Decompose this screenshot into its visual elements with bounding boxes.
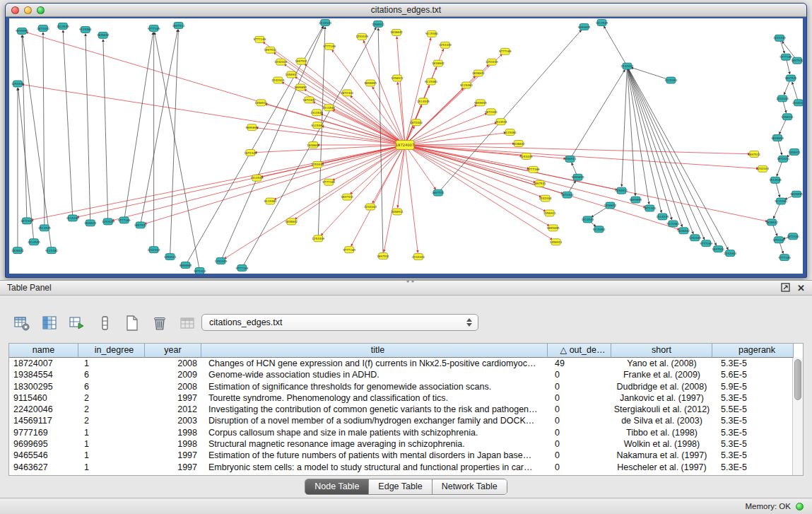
select-columns-icon[interactable]: [40, 314, 59, 332]
graph-node-label: 1872400: [194, 269, 206, 273]
graph-node-label: 9115460: [460, 83, 473, 87]
citation-edge-red[interactable]: [333, 145, 405, 180]
citation-edge-black[interactable]: [622, 66, 628, 187]
cell-out_degree: 0: [548, 415, 611, 426]
table-row[interactable]: 969969511998Structural magnetic resonanc…: [9, 438, 792, 450]
cell-out_degree: 0: [548, 404, 611, 415]
graph-node-label: 9699695: [578, 25, 591, 29]
citation-edge-red[interactable]: [77, 145, 405, 217]
citation-edge-black[interactable]: [627, 66, 693, 234]
window-titlebar[interactable]: citations_edges.txt: [6, 4, 806, 17]
graph-node-label: 1514545: [310, 111, 323, 115]
zoom-window-icon[interactable]: [37, 6, 45, 14]
tab-edge-table[interactable]: Edge Table: [369, 479, 432, 494]
citation-edge-black[interactable]: [318, 27, 325, 238]
citation-edge-black[interactable]: [604, 26, 628, 66]
graph-node-label: 1514545: [251, 176, 264, 180]
citation-edge-black[interactable]: [627, 66, 635, 196]
cell-year: 1997: [145, 392, 201, 404]
citation-edge-red[interactable]: [351, 145, 405, 246]
tab-node-table[interactable]: Node Table: [305, 479, 369, 494]
cell-short: Wolkin et al. (1998): [611, 438, 712, 450]
table-selector-value: citations_edges.txt: [209, 317, 283, 327]
cell-short: Jankovic et al. (1997): [611, 392, 712, 404]
table-selector-combo[interactable]: citations_edges.txt: [201, 314, 478, 331]
cell-out_degree: 0: [548, 381, 611, 392]
graph-node-label: 1836642: [97, 33, 110, 37]
row-icon[interactable]: [95, 314, 114, 332]
graph-node-label: 9115460: [45, 249, 58, 252]
float-panel-icon[interactable]: [781, 283, 790, 293]
close-window-icon[interactable]: [11, 6, 19, 14]
citation-edge-red[interactable]: [26, 33, 405, 145]
network-view[interactable]: 1872400791154601836642125344997771691697…: [9, 18, 803, 274]
citation-edge-red[interactable]: [274, 145, 405, 199]
citation-edge-black[interactable]: [43, 33, 45, 228]
minimize-window-icon[interactable]: [24, 6, 32, 14]
tab-network-table[interactable]: Network Table: [433, 479, 507, 494]
citation-edge-black[interactable]: [63, 30, 73, 218]
graph-node-label: 1872400: [302, 98, 315, 102]
citation-edge-red[interactable]: [332, 50, 405, 145]
table-row[interactable]: 946554611997Estimation of the future num…: [9, 450, 792, 461]
citation-edge-black[interactable]: [627, 66, 649, 204]
cell-in_degree: 2: [78, 392, 145, 404]
table-row[interactable]: 1830029562008Estimation of significance …: [9, 381, 792, 392]
citation-edge-red[interactable]: [372, 145, 405, 203]
citation-edge-red[interactable]: [256, 128, 405, 145]
citation-edge-red[interactable]: [396, 37, 405, 145]
table-row[interactable]: 2242004622012Investigating the contribut…: [9, 404, 792, 415]
column-header-short[interactable]: short: [611, 344, 712, 358]
graph-node-label: 1514545: [656, 215, 669, 218]
delete-icon[interactable]: [151, 314, 169, 332]
import-table-icon[interactable]: [178, 314, 196, 332]
table-settings-icon[interactable]: [13, 314, 31, 332]
panel-drag-handle[interactable]: ●●: [406, 278, 416, 284]
citation-edge-black[interactable]: [627, 66, 661, 213]
citation-edge-black[interactable]: [124, 33, 153, 221]
citation-edge-red[interactable]: [273, 52, 405, 145]
graph-node-label: 1456911: [564, 157, 577, 160]
graph-node-label: 1872400: [777, 157, 789, 160]
status-bar: Memory: OK: [0, 498, 812, 514]
column-header-name[interactable]: name: [9, 344, 78, 358]
column-header-pagerank[interactable]: pagerank: [712, 344, 794, 358]
column-header-out_degree[interactable]: △ out_de…: [548, 344, 611, 358]
graph-node-label: 9115460: [593, 228, 606, 231]
cell-title: Genome-wide association studies in ADHD.: [201, 369, 548, 380]
citation-edge-black[interactable]: [103, 40, 108, 222]
column-header-title[interactable]: title: [201, 344, 548, 358]
citation-edge-red[interactable]: [305, 64, 405, 145]
table-row[interactable]: 977716911998Corpus callosum shape and si…: [9, 427, 792, 438]
graph-node-label: 9777169: [700, 242, 712, 245]
citation-edge-black[interactable]: [570, 70, 625, 159]
table-row[interactable]: 911546021997Tourette syndrome. Phenomeno…: [9, 392, 792, 404]
cell-title: Corpus callosum shape and size in male p…: [201, 427, 548, 438]
table-row[interactable]: 1872400712008Changes of HCN gene express…: [9, 358, 792, 369]
table-row[interactable]: 1938455462009Genome-wide association stu…: [9, 369, 792, 380]
graph-node-label: 1836642: [765, 221, 778, 224]
citation-edge-black[interactable]: [86, 34, 90, 223]
cell-out_degree: 0: [548, 450, 611, 461]
citation-edge-red[interactable]: [305, 89, 405, 145]
table-row[interactable]: 1456911722003Disruption of a novel membe…: [9, 415, 792, 426]
table-row[interactable]: 946362711997Embryonic stem cells: a mode…: [9, 462, 792, 473]
citation-edge-black[interactable]: [438, 30, 582, 192]
graph-node-label: 1836642: [307, 144, 319, 147]
citation-edge-red[interactable]: [405, 145, 767, 221]
scrollbar-thumb[interactable]: [794, 359, 801, 400]
cell-name: 9115460: [9, 392, 78, 404]
citation-edge-red[interactable]: [405, 144, 514, 145]
edit-table-icon[interactable]: [68, 314, 86, 332]
network-canvas[interactable]: 1872400791154601836642125344997771691697…: [9, 18, 803, 274]
cell-out_degree: 0: [548, 392, 611, 404]
citation-edge-red[interactable]: [112, 145, 405, 221]
column-header-in_degree[interactable]: in_degree: [78, 344, 145, 358]
close-panel-icon[interactable]: ✕: [797, 284, 805, 293]
citation-edge-red[interactable]: [284, 64, 405, 145]
column-header-year[interactable]: year: [145, 344, 201, 358]
new-document-icon[interactable]: [123, 314, 141, 332]
table-scrollbar[interactable]: [792, 358, 803, 475]
citation-edge-red[interactable]: [254, 145, 405, 153]
graph-node-label: 9777169: [254, 37, 266, 41]
